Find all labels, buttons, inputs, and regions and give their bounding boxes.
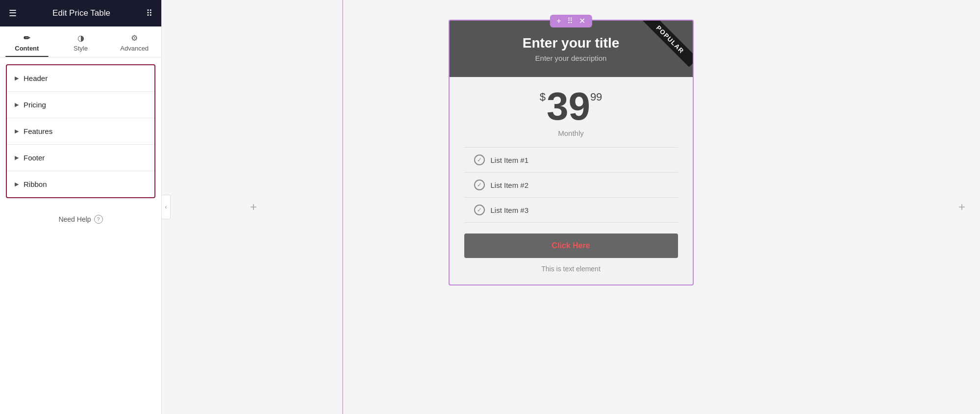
style-icon: ◑: [77, 33, 84, 43]
collapse-handle[interactable]: ‹: [162, 195, 171, 219]
tab-content-label: Content: [15, 45, 39, 52]
need-help-label: Need Help: [58, 215, 91, 223]
accordion-item-ribbon[interactable]: ▶ Ribbon: [7, 171, 154, 197]
card-header: Enter your title Enter your description …: [450, 21, 693, 77]
price-table-wrapper: + ⠿ ✕ Enter your title Enter your descri…: [449, 20, 694, 285]
grid-icon[interactable]: ⠿: [146, 8, 152, 19]
top-bar: ☰ Edit Price Table ⠿: [0, 0, 161, 26]
ribbon: POPULAR: [639, 21, 693, 75]
accordion-item-pricing[interactable]: ▶ Pricing: [7, 92, 154, 118]
chevron-right-icon: ▶: [15, 155, 19, 161]
accordion-footer-label: Footer: [24, 154, 45, 162]
price-display: $ 39 99: [464, 87, 678, 126]
tabs-bar: ✏ Content ◑ Style ⚙ Advanced: [0, 26, 161, 57]
tab-content[interactable]: ✏ Content: [0, 29, 54, 57]
tab-advanced[interactable]: ⚙ Advanced: [107, 29, 161, 57]
check-icon: ✓: [474, 180, 485, 190]
accordion-item-footer[interactable]: ▶ Footer: [7, 145, 154, 171]
ribbon-label: POPULAR: [643, 21, 692, 67]
chevron-right-icon: ▶: [15, 128, 19, 134]
price-cents: 99: [590, 92, 602, 103]
list-items: ✓ List Item #1 ✓ List Item #2 ✓ List Ite…: [464, 147, 678, 223]
chevron-right-icon: ▶: [15, 102, 19, 108]
close-widget-button[interactable]: ✕: [577, 17, 587, 25]
list-item: ✓ List Item #3: [464, 198, 678, 223]
accordion-header-label: Header: [24, 74, 48, 82]
content-icon: ✏: [24, 33, 30, 43]
price-period: Monthly: [464, 129, 678, 137]
add-widget-button[interactable]: +: [554, 17, 563, 25]
add-section-right-button[interactable]: +: [958, 200, 965, 214]
help-icon: ?: [94, 215, 103, 224]
currency-symbol: $: [540, 92, 546, 103]
list-item-label: List Item #1: [491, 156, 529, 164]
card-body: $ 39 99 Monthly ✓ List Item #1 ✓ List It…: [450, 77, 693, 285]
chevron-right-icon: ▶: [15, 181, 19, 187]
list-item-label: List Item #2: [491, 181, 529, 189]
accordion-ribbon-label: Ribbon: [24, 180, 47, 188]
accordion: ▶ Header ▶ Pricing ▶ Features ▶ Footer ▶: [6, 64, 155, 198]
accordion-item-header[interactable]: ▶ Header: [7, 65, 154, 92]
accordion-pricing-label: Pricing: [24, 101, 46, 109]
tab-advanced-label: Advanced: [120, 45, 149, 52]
drag-handle[interactable]: ⠿: [565, 17, 575, 25]
cta-button[interactable]: Click Here: [464, 233, 678, 258]
canvas-area: ‹ + + ⠿ ✕ Enter your title Enter your de…: [162, 0, 980, 414]
accordion-features-label: Features: [24, 127, 52, 135]
tab-style[interactable]: ◑ Style: [54, 29, 108, 57]
accordion-item-features[interactable]: ▶ Features: [7, 118, 154, 145]
page-title: Edit Price Table: [52, 8, 110, 18]
hamburger-icon[interactable]: ☰: [9, 8, 17, 19]
list-item: ✓ List Item #2: [464, 173, 678, 198]
check-icon: ✓: [474, 155, 485, 165]
chevron-right-icon: ▶: [15, 75, 19, 81]
add-section-left-button[interactable]: +: [250, 200, 257, 214]
price-card: Enter your title Enter your description …: [449, 20, 694, 285]
check-icon: ✓: [474, 205, 485, 215]
price-main: 39: [547, 87, 590, 126]
floating-toolbar: + ⠿ ✕: [550, 15, 592, 27]
collapse-arrow-icon: ‹: [165, 204, 167, 210]
need-help-link[interactable]: Need Help ?: [0, 205, 161, 233]
tab-style-label: Style: [74, 45, 88, 52]
advanced-icon: ⚙: [131, 33, 138, 43]
footer-text: This is text element: [464, 265, 678, 273]
list-item: ✓ List Item #1: [464, 147, 678, 173]
list-item-label: List Item #3: [491, 206, 529, 214]
left-panel: ☰ Edit Price Table ⠿ ✏ Content ◑ Style ⚙…: [0, 0, 162, 414]
